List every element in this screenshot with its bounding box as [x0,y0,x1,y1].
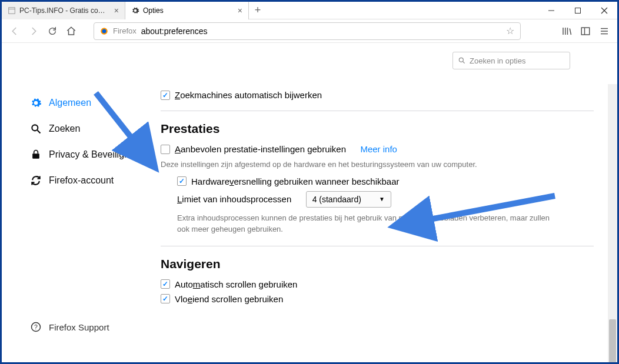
url-input[interactable] [141,26,501,36]
hw-accel-row: Hardwareversnelling gebruiken wanneer be… [177,176,594,186]
select-value: 4 (standaard) [312,195,361,204]
auto-scroll-row: Automatisch scrollen gebruiken [161,279,594,289]
svg-rect-14 [32,153,39,158]
scrollbar[interactable] [608,84,617,362]
divider [161,246,594,246]
support-label: Firefox Support [49,322,109,332]
forward-button[interactable] [25,23,42,39]
sidebar-item-search[interactable]: Zoeken [30,116,155,142]
svg-rect-7 [581,28,590,35]
divider [161,111,594,111]
tab-label: Opties [143,6,234,15]
question-icon: ? [30,321,42,333]
nav-title: Navigeren [161,257,594,271]
menu-button[interactable] [596,23,613,39]
hw-accel-checkbox[interactable] [177,176,187,186]
close-icon[interactable]: × [238,6,242,15]
svg-line-13 [38,131,41,133]
gear-icon [30,97,42,109]
maximize-button[interactable] [564,2,591,19]
tab-inactive[interactable]: PC-Tips.INFO - Gratis computer tips × [2,2,125,19]
lock-icon [30,149,42,161]
search-icon [458,56,466,65]
checkbox-label: Zoekmachines automatisch bijwerken [175,90,322,100]
sidebar-label: Zoeken [49,123,80,134]
minimize-button[interactable] [538,2,564,19]
search-options-input[interactable]: Zoeken in opties [452,52,570,69]
back-button[interactable] [6,23,23,39]
auto-update-search-row: Zoekmachines automatisch bijwerken [161,90,594,100]
new-tab-button[interactable]: + [249,2,267,19]
tab-active[interactable]: Opties × [125,2,249,19]
svg-point-6 [102,29,107,33]
tab-label: PC-Tips.INFO - Gratis computer tips [19,6,111,15]
identity-label: Firefox [113,26,137,35]
sync-icon [30,175,42,186]
window-controls [538,2,617,19]
search-icon [30,123,42,135]
chevron-down-icon: ▼ [379,196,385,202]
library-button[interactable] [558,23,575,39]
page-icon [8,6,16,15]
checkbox-label: Hardwareversnelling gebruiken wanneer be… [191,176,400,186]
content-process-row: Limiet van inhoudsprocessen 4 (standaard… [177,191,594,208]
scrollbar-thumb[interactable] [609,319,616,364]
home-button[interactable] [63,23,79,39]
titlebar: PC-Tips.INFO - Gratis computer tips × Op… [2,2,617,19]
use-recommended-row: Aanbevolen prestatie-instellingen gebrui… [161,144,594,154]
checkbox-label: Automatisch scrollen gebruiken [175,279,297,289]
smooth-scroll-checkbox[interactable] [161,294,170,303]
auto-update-search-checkbox[interactable] [161,91,170,100]
search-placeholder: Zoeken in opties [470,56,525,65]
more-info-link[interactable]: Meer info [360,144,397,154]
updates-section: Zoekmachines automatisch bijwerken Prest… [161,90,594,304]
content-process-select[interactable]: 4 (standaard) ▼ [306,191,391,208]
perf-title: Prestaties [161,122,594,136]
svg-text:?: ? [34,323,38,330]
content-area: Algemeen Zoeken Privacy & Beveiliging Fi… [2,43,617,362]
svg-point-17 [459,58,463,62]
svg-point-12 [32,125,38,131]
smooth-scroll-row: Vloeiend scrollen gebruiken [161,294,594,304]
svg-rect-0 [9,8,15,14]
checkbox-label: Vloeiend scrollen gebruiken [175,294,283,304]
url-bar[interactable]: Firefox ☆ [94,22,521,40]
reload-button[interactable] [44,23,61,39]
sidebar-label: Firefox-account [49,175,114,186]
prefs-main: Zoeken in opties Zoekmachines automatisc… [155,43,617,362]
navbar: Firefox ☆ [2,19,617,43]
limit-label: Limiet van inhoudsprocessen [177,194,291,204]
prefs-sidebar: Algemeen Zoeken Privacy & Beveiliging Fi… [2,43,155,362]
close-icon[interactable]: × [114,6,119,15]
svg-rect-2 [575,8,580,13]
perf-desc: Deze instellingen zijn afgestemd op de h… [161,159,537,171]
sidebar-item-general[interactable]: Algemeen [30,90,155,116]
firefox-icon [100,27,108,35]
support-link[interactable]: ? Firefox Support [30,321,109,333]
sidebar-item-account[interactable]: Firefox-account [30,168,155,193]
use-recommended-checkbox[interactable] [161,145,170,154]
perf-desc2: Extra inhoudsprocessen kunnen de prestat… [177,212,554,235]
checkbox-label: Aanbevolen prestatie-instellingen gebrui… [175,144,346,154]
sidebar-label: Privacy & Beveiliging [49,149,137,160]
sidebar-toggle-button[interactable] [577,23,594,39]
sidebar-item-privacy[interactable]: Privacy & Beveiliging [30,142,155,168]
auto-scroll-checkbox[interactable] [161,279,170,289]
sidebar-label: Algemeen [49,98,91,108]
close-window-button[interactable] [591,2,617,19]
svg-line-18 [463,62,465,64]
bookmark-star-icon[interactable]: ☆ [506,25,514,36]
gear-icon [131,6,139,15]
tab-strip: PC-Tips.INFO - Gratis computer tips × Op… [2,2,538,19]
